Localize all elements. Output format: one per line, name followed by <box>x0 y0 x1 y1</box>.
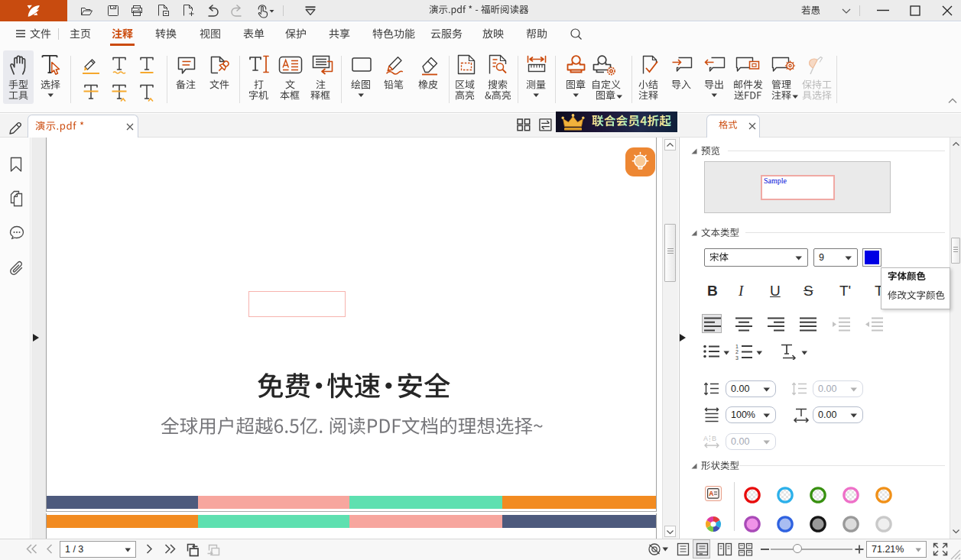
svg-text:2: 2 <box>735 349 739 354</box>
svg-text:B: B <box>712 435 716 442</box>
svg-text:A: A <box>709 490 713 497</box>
svg-text:1: 1 <box>735 344 739 349</box>
svg-text:3: 3 <box>735 355 739 361</box>
svg-text:A: A <box>703 435 708 442</box>
